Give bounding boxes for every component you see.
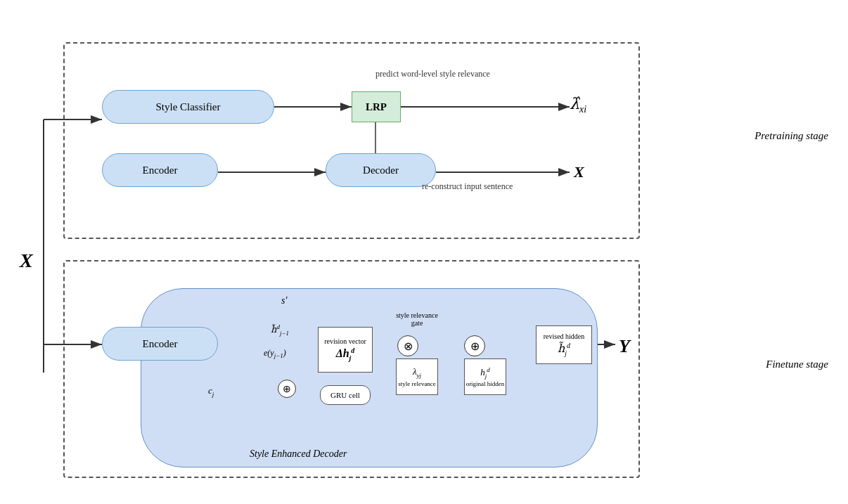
style-classifier-box: Style Classifier [102, 90, 274, 124]
lambda-hat-output: λ̂xi [570, 95, 586, 115]
style-relevance-small-label: style relevance [398, 380, 436, 387]
predict-label: predict word-level style relevance [375, 69, 490, 79]
encoder-bottom-box: Encoder [102, 327, 218, 361]
y-output-label: Y [619, 336, 630, 357]
x-input-label: X [20, 250, 33, 272]
encoder-bottom-label: Encoder [143, 338, 178, 350]
lrp-label: LRP [366, 101, 387, 113]
gru-cell-box: GRU cell [320, 385, 371, 405]
otimes-circle: ⊗ [397, 335, 418, 356]
finetune-stage-label: Finetune stage [766, 358, 828, 370]
c-label: cj [208, 385, 214, 398]
lrp-box: LRP [352, 91, 401, 122]
encoder-top-label: Encoder [143, 164, 178, 176]
style-classifier-label: Style Classifier [155, 101, 220, 113]
oplus-circle: ⊕ [464, 335, 485, 356]
lambda-yj-box: λyj style relevance [396, 358, 438, 395]
pretraining-stage-label: Pretraining stage [754, 130, 828, 142]
hd-box: hjd original hidden [464, 358, 506, 395]
style-relevance-gate-label: style relevance gate [392, 311, 442, 327]
x-output-label: X [574, 163, 584, 181]
s-prime-label: s′ [281, 295, 288, 306]
revised-hidden-label: revised hidden [544, 332, 585, 340]
gru-cell-label: GRU cell [330, 391, 360, 399]
revision-vector-box: revision vector Δhjd [318, 327, 373, 373]
decoder-box: Decoder [326, 153, 436, 187]
sed-oval [141, 288, 598, 467]
original-hidden-label: original hidden [466, 380, 505, 387]
revised-hidden-box: revised hidden h̃jd [536, 325, 592, 364]
cj-oplus-circle: ⊕ [278, 380, 296, 398]
sed-label: Style Enhanced Decoder [250, 448, 347, 460]
h-tilde-label: h̃dj−1 [271, 323, 289, 337]
revision-vector-label: revision vector [324, 337, 366, 345]
encoder-top-box: Encoder [102, 153, 218, 187]
pretraining-box [63, 42, 640, 239]
diagram-container: X Pretraining stage Finetune stage Style… [0, 0, 848, 504]
e-label: e(yj−1) [264, 348, 286, 359]
reconstruct-label: re-construct input sentence [422, 181, 513, 192]
decoder-label: Decoder [363, 164, 399, 176]
